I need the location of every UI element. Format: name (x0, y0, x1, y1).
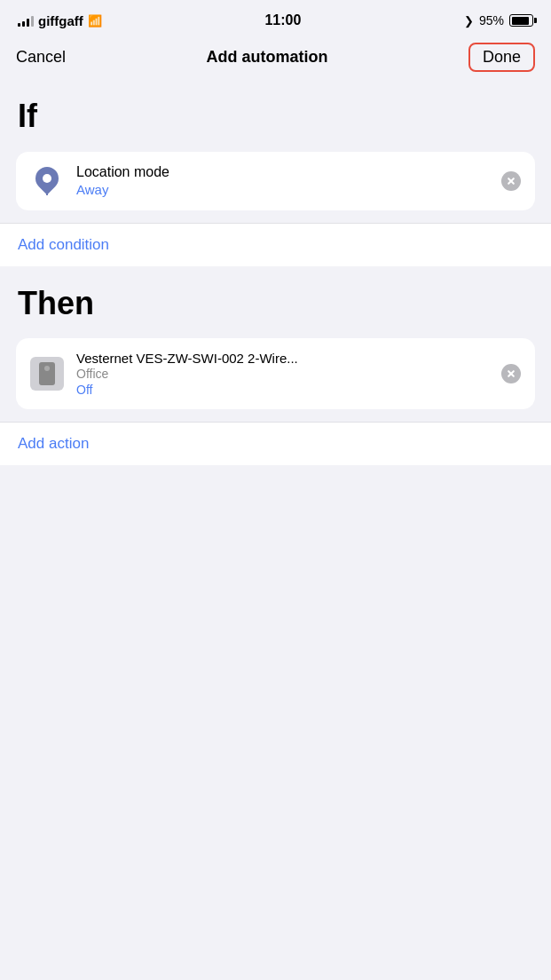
action-value: Off (76, 383, 489, 397)
add-condition-button[interactable]: Add condition (18, 236, 109, 253)
action-title: Vesternet VES-ZW-SWI-002 2-Wire... (76, 351, 489, 366)
action-subtitle: Office (76, 367, 489, 381)
add-action-button[interactable]: Add action (18, 435, 89, 452)
bottom-area (0, 465, 551, 731)
condition-remove-button[interactable] (501, 171, 521, 191)
device-icon (30, 357, 64, 391)
action-card-container: Vesternet VES-ZW-SWI-002 2-Wire... Offic… (0, 329, 551, 422)
action-card[interactable]: Vesternet VES-ZW-SWI-002 2-Wire... Offic… (16, 338, 535, 409)
battery-icon (509, 14, 533, 27)
time-label: 11:00 (264, 12, 301, 28)
page-title: Add automation (207, 48, 328, 67)
status-bar: giffgaff 📶 11:00 ❯ 95% (0, 0, 551, 36)
condition-title: Location mode (76, 164, 489, 180)
then-title: Then (18, 285, 94, 321)
status-left: giffgaff 📶 (18, 13, 102, 28)
location-icon: ❯ (464, 14, 474, 28)
add-action-container: Add action (0, 422, 551, 465)
action-card-text: Vesternet VES-ZW-SWI-002 2-Wire... Offic… (76, 351, 489, 397)
signal-bars (18, 14, 34, 27)
condition-card-text: Location mode Away (76, 164, 489, 197)
condition-subtitle: Away (76, 182, 489, 197)
condition-card[interactable]: Location mode Away (16, 152, 535, 210)
cancel-button[interactable]: Cancel (16, 48, 66, 67)
if-section-header: If (0, 83, 551, 143)
condition-card-container: Location mode Away (0, 143, 551, 223)
add-condition-container: Add condition (0, 223, 551, 266)
status-right: ❯ 95% (464, 13, 533, 28)
action-remove-button[interactable] (501, 364, 521, 383)
nav-bar: Cancel Add automation Done (0, 36, 551, 83)
battery-percentage: 95% (479, 13, 504, 28)
then-section-header: Then (0, 266, 551, 330)
wifi-icon: 📶 (88, 14, 102, 28)
if-title: If (18, 98, 37, 134)
carrier-label: giffgaff (38, 13, 83, 28)
location-icon (30, 164, 64, 198)
done-button[interactable]: Done (468, 43, 535, 72)
